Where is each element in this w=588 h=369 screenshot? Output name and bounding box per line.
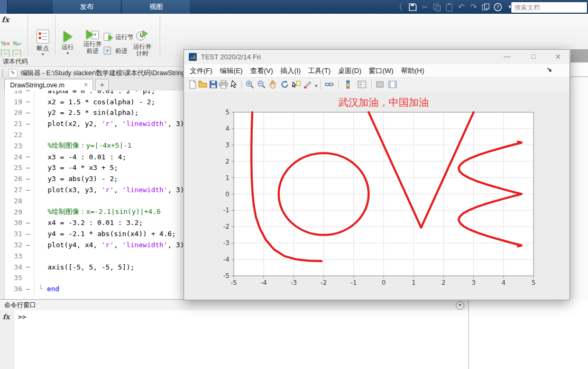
figure-menu-item[interactable]: 插入(I) (277, 66, 304, 76)
collapse-panel-icon[interactable]: ▼ (456, 301, 464, 310)
code-token: 'linewidth' (122, 120, 168, 128)
close-icon[interactable]: ✕ (84, 82, 88, 88)
breakpoint-alley[interactable]: — (22, 98, 34, 105)
print-icon[interactable] (219, 80, 228, 89)
paste-icon[interactable] (445, 3, 454, 12)
breakpoint-alley[interactable]: — (22, 230, 34, 238)
figure-titlebar[interactable]: TEST 2020/2/14 Fri — □ ✕ (184, 50, 569, 65)
data-cursor-icon[interactable] (292, 80, 301, 89)
figure-menu-item[interactable]: 编辑(E) (216, 66, 246, 76)
run-advance-button[interactable]: ▾ 运行并 前进 (80, 30, 105, 55)
breakpoint-alley[interactable]: — (22, 219, 34, 227)
breakpoint-alley[interactable]: — (22, 263, 34, 271)
breakpoint-alley[interactable]: — (22, 91, 34, 94)
figure-menu-item[interactable]: 桌面(D) (334, 66, 365, 76)
insert-legend-icon[interactable] (357, 80, 367, 89)
save-icon[interactable] (209, 80, 218, 89)
toolbar-divider (241, 80, 242, 89)
figure-menu-item[interactable]: 工具(T) (305, 66, 335, 76)
minimize-button[interactable]: — (498, 50, 516, 64)
maximize-button[interactable]: □ (525, 50, 543, 64)
editor-tab-active[interactable]: DrawStringLove.m ✕ (4, 79, 93, 91)
x-tick-label: 3 (472, 279, 476, 286)
undo-icon[interactable]: ↶ (457, 3, 466, 12)
close-button[interactable]: ✕ (549, 50, 567, 64)
pointer-icon[interactable] (229, 80, 239, 89)
breakpoint-alley[interactable]: — (22, 164, 34, 172)
brush-icon[interactable] (304, 80, 313, 89)
comment-wrap-icon[interactable]: %↵ (13, 40, 22, 48)
help-icon[interactable]: ? (493, 3, 502, 12)
indent-left-icon[interactable]: → (1, 50, 10, 57)
advance-button[interactable]: ▾ 前进 (104, 47, 127, 55)
code-token: 'r' (102, 186, 114, 194)
insert-colorbar-icon[interactable] (344, 80, 353, 89)
breakpoint-alley[interactable]: — (22, 285, 34, 293)
comment-remove-icon[interactable]: %✕ (1, 40, 11, 48)
link-plots-icon[interactable] (325, 80, 334, 89)
breakpoint-alley[interactable]: — (22, 186, 34, 194)
search-box[interactable] (511, 2, 587, 13)
figure-menu-item[interactable]: 帮助(H) (397, 66, 428, 76)
fx-icon[interactable]: fx (2, 15, 9, 24)
figure-menu-item[interactable]: 文件(F) (186, 66, 216, 76)
show-plot-tools-icon[interactable] (388, 80, 398, 89)
code-token: end (47, 285, 59, 293)
new-tab-button[interactable]: + (95, 79, 109, 91)
caret-down-icon[interactable]: ▼ (314, 80, 324, 89)
ribbon-divider (160, 15, 160, 55)
svg-text:?: ? (497, 4, 499, 10)
breakpoint-alley[interactable]: — (22, 241, 34, 249)
open-folder-icon[interactable] (198, 80, 208, 89)
command-prompt[interactable]: >> (18, 313, 26, 321)
plot-axes[interactable]: -5-4-3-2-1012345-5-4-3-2-1012345武汉加油，中国加… (184, 92, 569, 300)
breakpoint-alley[interactable]: — (22, 153, 34, 160)
ribbon-divider (27, 15, 28, 55)
command-window-header[interactable]: 命令行窗口 ▼ (0, 300, 468, 311)
cut-icon[interactable]: ✂ (420, 3, 429, 12)
y-tick-label: 2 (225, 158, 229, 165)
run-icon (63, 31, 72, 42)
x-tick-label: -5 (231, 279, 237, 286)
pan-hand-icon[interactable] (269, 80, 278, 89)
window-icon[interactable] (481, 3, 490, 12)
figure-menu-item[interactable]: 查看(V) (246, 66, 277, 76)
line-number: 26 (4, 175, 22, 183)
code-token: x2 = 1.5 * cos(alpha) - 2; (48, 98, 155, 106)
hide-plot-tools-icon[interactable] (375, 80, 385, 89)
run-time-button[interactable]: 运行并 计时 (130, 29, 154, 57)
ribbon-tab-publish[interactable]: 发布 (53, 0, 121, 14)
tab-label: 发布 (80, 2, 94, 12)
figure-title: TEST 2020/2/14 Fri (201, 53, 261, 61)
figure-menubar: 文件(F)编辑(E)查看(V)插入(I)工具(T)桌面(D)窗口(W)帮助(H) (184, 64, 569, 78)
ribbon-tab-partial[interactable] (0, 0, 7, 14)
y-tick-label: -3 (223, 239, 229, 247)
tab-label: 视图 (149, 2, 163, 12)
panel-grip[interactable] (2, 69, 5, 77)
search-input[interactable] (511, 4, 587, 11)
background-window-edge (571, 62, 588, 77)
dock-figure-icon[interactable]: ↘ (547, 66, 552, 73)
line-number: 35 (4, 274, 22, 282)
breakpoint-alley[interactable]: — (22, 120, 34, 128)
quick-access-toolbar: ✂↶↷?▼ (400, 2, 514, 12)
run-section-button[interactable]: 运行节 (104, 33, 134, 41)
breakpoint-alley[interactable]: — (22, 175, 34, 183)
rotate-3d-icon[interactable] (280, 80, 290, 89)
command-window[interactable]: fx >> (0, 310, 468, 369)
redo-icon[interactable]: ↷ (469, 3, 478, 12)
breakpoint-alley[interactable]: — (22, 109, 34, 116)
save-icon[interactable] (408, 3, 417, 12)
figure-menu-item[interactable]: 窗口(W) (365, 66, 397, 76)
new-doc-icon[interactable] (188, 80, 198, 89)
ribbon-tab-view[interactable]: 视图 (122, 0, 190, 14)
copy-icon[interactable] (433, 3, 442, 12)
line-number: 29 (4, 208, 22, 216)
run-button[interactable]: 运行 ▾ (57, 31, 78, 56)
zoom-in-icon[interactable] (245, 80, 255, 89)
figure-window[interactable]: TEST 2020/2/14 Fri — □ ✕ 文件(F)编辑(E)查看(V)… (183, 49, 570, 300)
breakpoints-button[interactable]: 断点 ▾ (32, 30, 54, 57)
zoom-out-icon[interactable] (257, 80, 267, 89)
y-tick-label: -2 (223, 223, 229, 230)
indent-right-icon[interactable]: ← (13, 50, 21, 57)
